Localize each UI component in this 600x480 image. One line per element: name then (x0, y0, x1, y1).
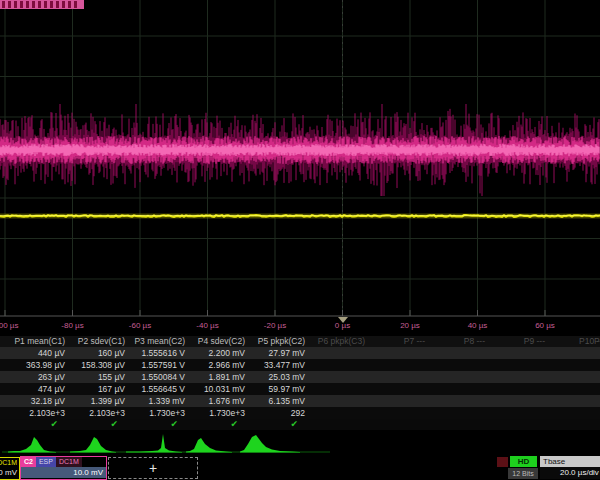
c2-esp-badge: ESP (36, 457, 56, 467)
plus-icon: + (149, 460, 157, 476)
measurement-stat-row: 474 µV167 µV1.556645 V10.031 mV59.97 mV (0, 383, 600, 395)
timebase-value: 20.0 µs/div (540, 467, 600, 479)
status-empty (490, 419, 550, 430)
measurement-header-p1[interactable]: P1 mean(C1) (10, 336, 70, 347)
measurement-cell (550, 395, 600, 407)
descriptor-bar: DC1M 0 mV C2 ESP DC1M 10.0 mV + HD 12 Bi… (0, 456, 600, 480)
x-tick-label: -100 µs (0, 321, 18, 330)
measurement-cell: 32.18 µV (10, 395, 70, 407)
measurement-cell: 1.399 µV (70, 395, 130, 407)
measurement-header-p5[interactable]: P5 pkpk(C2) (250, 336, 310, 347)
measurement-cell: 158.308 µV (70, 359, 130, 371)
c2-channel-badge: C2 (21, 457, 36, 467)
measurement-header-row: P11 P1 mean(C1)P2 sdev(C1)P3 mean(C2)P4 … (0, 336, 600, 347)
measurement-header-p7[interactable]: P7 --- (370, 336, 430, 347)
measurement-cell (490, 383, 550, 395)
waveform-grid[interactable] (0, 0, 600, 318)
x-tick-label: -20 µs (264, 321, 286, 330)
measurement-cell: 474 µV (10, 383, 70, 395)
measurement-cell (370, 395, 430, 407)
measurement-header-p11[interactable]: P11 (594, 336, 600, 347)
measurement-cell (310, 359, 370, 371)
measurement-cell: 1.550084 V (130, 371, 190, 383)
status-check-icon: ✔ (70, 419, 130, 430)
histicon (240, 435, 300, 453)
measurement-cell (370, 371, 430, 383)
histicon (186, 438, 232, 453)
x-tick-label: -80 µs (61, 321, 83, 330)
measurement-cell (370, 383, 430, 395)
measurement-cell: 263 µV (10, 371, 70, 383)
status-empty (370, 419, 430, 430)
measurement-cell: 363.98 µV (10, 359, 70, 371)
x-tick-label: -40 µs (196, 321, 218, 330)
measurement-cell: 2.103e+3 (70, 407, 130, 419)
measurement-header-p2[interactable]: P2 sdev(C1) (70, 336, 130, 347)
status-check-icon: ✔ (190, 419, 250, 430)
measurement-cell (310, 395, 370, 407)
trace-plot (0, 0, 600, 318)
measurement-cell (490, 371, 550, 383)
measurement-stat-row: 32.18 µV1.399 µV1.339 mV1.676 mV6.135 mV (0, 395, 600, 407)
c1-descriptor-box[interactable]: DC1M 0 mV (0, 457, 20, 480)
measurement-cell (490, 347, 550, 359)
measurement-cell (430, 407, 490, 419)
measurement-cell (310, 371, 370, 383)
measurement-cell (550, 359, 600, 371)
measurement-table: P11 P1 mean(C1)P2 sdev(C1)P3 mean(C2)P4 … (0, 336, 600, 432)
timebase-label: Tbase (540, 456, 600, 467)
measurement-cell (370, 407, 430, 419)
measurement-status-row: ✔✔✔✔✔ (0, 419, 600, 430)
measurement-cell: 6.135 mV (250, 395, 310, 407)
measurement-cell (550, 407, 600, 419)
measurement-cell: 1.557591 V (130, 359, 190, 371)
measurement-stat-row: 363.98 µV158.308 µV1.557591 V2.966 mV33.… (0, 359, 600, 371)
measurement-cell: 167 µV (70, 383, 130, 395)
measurement-cell: 1.555616 V (130, 347, 190, 359)
histicon (70, 437, 116, 453)
status-empty (430, 419, 490, 430)
measurement-header-p4[interactable]: P4 sdev(C2) (190, 336, 250, 347)
c2-scale-value: 10.0 mV (21, 467, 106, 478)
measurement-cell (370, 359, 430, 371)
hd-mode-badge[interactable]: HD (510, 456, 537, 467)
measurement-cell: 292 (250, 407, 310, 419)
measurement-cell: 1.676 mV (190, 395, 250, 407)
measurement-cell (490, 407, 550, 419)
measurement-header-p9[interactable]: P9 --- (490, 336, 550, 347)
x-tick-label: 40 µs (468, 321, 488, 330)
measurement-cell (310, 407, 370, 419)
measurement-header-p10[interactable]: P10 --- (550, 336, 600, 347)
x-tick-label: 60 µs (535, 321, 555, 330)
timebase-descriptor-box[interactable]: Tbase 20.0 µs/div (540, 456, 600, 479)
measurement-cell: 27.97 mV (250, 347, 310, 359)
measurement-header-p3[interactable]: P3 mean(C2) (130, 336, 190, 347)
measurement-cell (310, 347, 370, 359)
hd-bits-label: 12 Bits (508, 468, 538, 479)
measurement-header-p6[interactable]: P6 pkpk(C3) (310, 336, 370, 347)
measurement-cell (430, 395, 490, 407)
histicon (8, 437, 56, 453)
add-trace-button[interactable]: + (108, 457, 198, 479)
c2-descriptor-box[interactable]: C2 ESP DC1M 10.0 mV (20, 456, 107, 480)
trace-annotation-badge (0, 0, 84, 9)
measurement-cell (430, 371, 490, 383)
x-tick-label: 0 µs (335, 321, 350, 330)
c2-coupling-badge: DC1M (56, 457, 82, 467)
trigger-descriptor-fragment[interactable] (497, 457, 508, 467)
measurement-cell: 155 µV (70, 371, 130, 383)
measurement-cell: 59.97 mV (250, 383, 310, 395)
c1-scale-value: 0 mV (0, 468, 19, 478)
measurement-cell (370, 347, 430, 359)
measurement-cell: 10.031 mV (190, 383, 250, 395)
x-tick-label: -60 µs (129, 321, 151, 330)
measurement-header-p8[interactable]: P8 --- (430, 336, 490, 347)
measurement-cell (550, 371, 600, 383)
measurement-cell: 1.730e+3 (130, 407, 190, 419)
measurement-cell (550, 347, 600, 359)
status-empty (310, 419, 370, 430)
measurement-cell: 2.966 mV (190, 359, 250, 371)
measurement-stat-row: 2.103e+32.103e+31.730e+31.730e+3292 (0, 407, 600, 419)
measurement-cell (430, 359, 490, 371)
measurement-cell: 440 µV (10, 347, 70, 359)
